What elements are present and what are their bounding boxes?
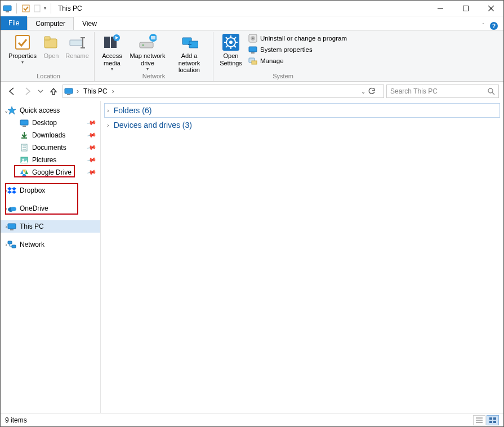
address-chevron-icon[interactable]: ›	[75, 87, 80, 95]
svg-point-19	[142, 45, 144, 46]
svg-point-27	[229, 41, 233, 44]
section-folders[interactable]: › Folders (6)	[104, 103, 500, 118]
svg-rect-76	[493, 417, 496, 420]
manage-button[interactable]: Manage	[246, 56, 349, 66]
view-details-button[interactable]	[473, 415, 485, 425]
uninstall-icon	[248, 34, 257, 43]
help-icon[interactable]: ?	[490, 22, 498, 30]
network-label: Network	[20, 241, 44, 248]
sidebar-item-label: Downloads	[32, 131, 65, 139]
sidebar-item-label: Desktop	[32, 119, 57, 127]
sidebar-item-downloads[interactable]: Downloads 📌	[1, 129, 100, 141]
collapse-ribbon-icon[interactable]: ˆ	[482, 23, 484, 29]
maximize-button[interactable]	[453, 1, 478, 16]
svg-rect-42	[252, 61, 257, 64]
back-button[interactable]	[5, 84, 19, 98]
recent-dropdown-icon[interactable]	[37, 84, 44, 98]
access-media-button[interactable]: Access media ▾	[98, 32, 126, 70]
sidebar-item-documents[interactable]: Documents 📌	[1, 141, 100, 154]
expander-icon[interactable]: ›	[3, 206, 10, 212]
google-drive-icon	[20, 168, 29, 177]
add-location-icon	[180, 33, 198, 51]
refresh-button[interactable]	[368, 87, 380, 95]
address-chevron-icon-2[interactable]: ›	[111, 87, 115, 95]
tab-file[interactable]: File	[1, 16, 27, 30]
svg-rect-11	[70, 40, 82, 46]
minimize-button[interactable]	[427, 1, 453, 16]
add-location-label: Add a network location	[170, 52, 208, 74]
map-drive-button[interactable]: Map network drive ▾	[127, 32, 168, 70]
view-tiles-button[interactable]	[487, 415, 499, 425]
uninstall-label: Uninstall or change a program	[260, 35, 347, 42]
qat-separator	[16, 3, 17, 14]
rename-icon	[68, 33, 86, 51]
properties-dropdown-icon: ▾	[21, 60, 24, 65]
explorer-body: ⌄ Quick access Desktop 📌 Downloads 📌 Doc…	[1, 101, 503, 413]
pin-icon: 📌	[87, 167, 97, 178]
group-network-label: Network	[98, 72, 209, 81]
sidebar-quick-access[interactable]: ⌄ Quick access	[1, 104, 100, 117]
open-settings-button[interactable]: Open Settings	[217, 32, 245, 70]
svg-rect-48	[20, 120, 28, 125]
expander-icon[interactable]: ›	[3, 188, 10, 194]
section-devices-label: Devices and drives (3)	[114, 121, 192, 130]
svg-rect-21	[151, 36, 155, 39]
properties-icon	[14, 33, 32, 51]
expander-icon[interactable]: ›	[3, 242, 10, 248]
expander-icon[interactable]: ›	[3, 224, 10, 230]
sidebar-this-pc[interactable]: › This PC	[1, 220, 100, 233]
sidebar-onedrive[interactable]: › OneDrive	[1, 202, 100, 215]
qat-dropdown-icon[interactable]: ▾	[44, 6, 46, 11]
expander-icon[interactable]: ⌄	[3, 108, 10, 114]
sidebar-item-desktop[interactable]: Desktop 📌	[1, 117, 100, 129]
app-icon	[3, 4, 12, 13]
qat-properties-icon[interactable]	[21, 4, 30, 13]
sidebar-item-google-drive[interactable]: Google Drive 📌	[1, 166, 100, 179]
properties-label: Properties	[8, 52, 37, 60]
svg-rect-44	[67, 94, 70, 95]
section-devices[interactable]: › Devices and drives (3)	[104, 118, 500, 132]
sidebar-network[interactable]: › Network	[1, 238, 100, 251]
tab-computer[interactable]: Computer	[27, 17, 74, 30]
add-location-button[interactable]: Add a network location	[169, 32, 209, 70]
pin-icon: 📌	[87, 130, 97, 141]
rename-button[interactable]: Rename	[64, 32, 91, 70]
svg-rect-75	[489, 417, 492, 420]
quick-access-label: Quick access	[20, 106, 60, 114]
rename-label: Rename	[65, 52, 89, 60]
group-location-label: Location	[6, 72, 91, 81]
svg-rect-8	[16, 35, 29, 49]
window-controls	[427, 1, 503, 16]
status-bar: 9 items	[1, 413, 503, 426]
svg-rect-78	[493, 421, 496, 423]
qat-new-icon[interactable]	[33, 4, 42, 13]
search-input[interactable]: Search This PC	[386, 84, 499, 98]
up-button[interactable]	[47, 84, 60, 98]
quick-access-toolbar: ▾	[1, 3, 53, 14]
sidebar-item-pictures[interactable]: Pictures 📌	[1, 154, 100, 166]
open-label: Open	[44, 52, 59, 60]
manage-icon	[248, 56, 257, 65]
open-button[interactable]: Open	[40, 32, 63, 70]
svg-rect-43	[65, 88, 73, 94]
system-properties-icon	[248, 45, 257, 54]
onedrive-label: OneDrive	[20, 204, 48, 212]
svg-rect-18	[140, 42, 153, 48]
forward-button[interactable]	[21, 84, 34, 98]
system-properties-label: System properties	[260, 46, 313, 53]
uninstall-button[interactable]: Uninstall or change a program	[246, 33, 349, 43]
address-dropdown-icon[interactable]: ⌄	[361, 88, 365, 95]
status-items: 9 items	[5, 416, 27, 424]
close-button[interactable]	[478, 1, 503, 16]
section-folders-label: Folders (6)	[114, 106, 152, 115]
properties-button[interactable]: Properties ▾	[6, 32, 39, 70]
system-properties-button[interactable]: System properties	[246, 45, 349, 55]
ribbon-tab-strip: File Computer View ˆ ?	[1, 16, 503, 30]
sidebar-dropbox[interactable]: › Dropbox	[1, 184, 100, 197]
address-segment-thispc[interactable]: This PC	[82, 87, 109, 95]
tab-view[interactable]: View	[74, 17, 105, 30]
group-system-label: System	[217, 72, 349, 81]
address-bar[interactable]: › This PC › ⌄	[63, 84, 384, 98]
svg-rect-49	[23, 126, 26, 127]
chevron-right-icon: ›	[107, 107, 109, 114]
